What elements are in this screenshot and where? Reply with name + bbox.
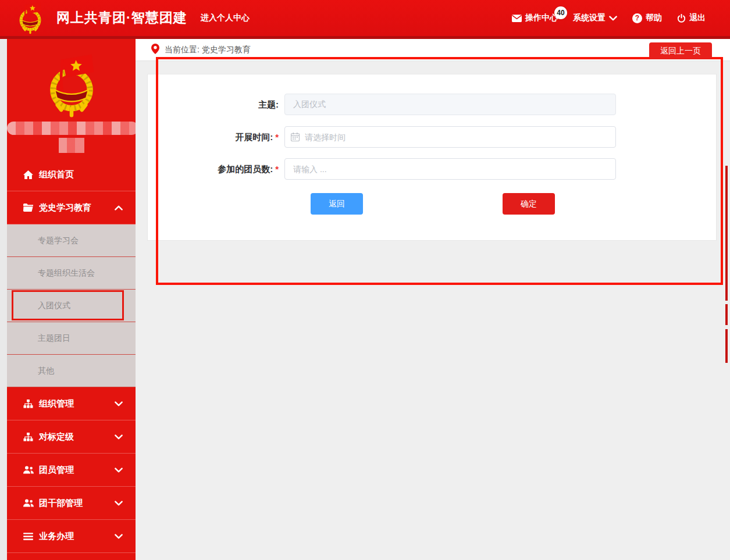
- sidebar-item-league-admission-ceremony[interactable]: 入团仪式: [7, 290, 136, 322]
- app-title: 网上共青团·智慧团建: [56, 9, 187, 27]
- sidebar-item-benchmark-grading[interactable]: 对标定级: [7, 420, 136, 454]
- folder-icon: [23, 204, 34, 212]
- help-label: 帮助: [646, 13, 662, 23]
- sidebar: 组织首页党史学习教育专题学习会专题组织生活会入团仪式主题团日其他组织管理对标定级…: [7, 39, 136, 560]
- sidebar-item-business-handling[interactable]: 业务办理: [7, 520, 136, 553]
- time-label: 开展时间:*: [148, 126, 279, 148]
- sidebar-item-label: 专题学习会: [38, 236, 79, 246]
- system-settings-label: 系统设置: [573, 13, 606, 23]
- sidebar-item-label: 党史学习教育: [39, 202, 91, 213]
- chevron-down-icon: [115, 468, 123, 473]
- back-to-previous-page-button[interactable]: 返回上一页: [649, 42, 712, 59]
- sitemap-icon: [23, 433, 34, 441]
- required-mark: *: [275, 164, 279, 174]
- users-icon: [23, 499, 34, 507]
- league-emblem-icon: [14, 2, 47, 34]
- operations-center-button[interactable]: 操作中心 40: [512, 13, 558, 23]
- main-content: 当前位置: 党史学习教育 返回上一页 主题: 开展时间:*: [136, 39, 730, 560]
- sidebar-item-label: 其他: [38, 366, 54, 376]
- sidebar-item-label: 业务办理: [39, 531, 74, 542]
- sidebar-item-org-home[interactable]: 组织首页: [7, 158, 136, 191]
- logout-label: 退出: [689, 13, 706, 23]
- sidebar-item-party-history-edu[interactable]: 党史学习教育: [7, 191, 136, 224]
- operations-center-label: 操作中心: [525, 13, 558, 23]
- chevron-down-icon: [115, 434, 123, 440]
- logout-button[interactable]: 退出: [677, 13, 706, 23]
- sidebar-item-cadre-management[interactable]: 团干部管理: [7, 487, 136, 520]
- sidebar-item-label: 专题组织生活会: [38, 268, 95, 279]
- breadcrumb-label: 当前位置: 党史学习教育: [165, 45, 251, 55]
- form-back-button[interactable]: 返回: [311, 193, 363, 215]
- form-row-time: 开展时间:*: [148, 126, 716, 148]
- sidebar-item-theme-league-day[interactable]: 主题团日: [7, 322, 136, 355]
- sidebar-item-label: 组织管理: [39, 398, 74, 409]
- notification-badge: 40: [554, 6, 567, 19]
- league-emblem-large-icon: [35, 53, 108, 118]
- system-settings-button[interactable]: 系统设置: [573, 13, 617, 23]
- sidebar-item-other[interactable]: 其他: [7, 355, 136, 387]
- chevron-up-icon: [115, 205, 123, 211]
- sitemap-icon: [23, 400, 34, 408]
- question-icon: ?: [632, 13, 642, 23]
- location-pin-icon: [151, 44, 159, 56]
- topic-label: 主题:: [148, 94, 279, 115]
- sidebar-item-member-management[interactable]: 团员管理: [7, 454, 136, 487]
- sidebar-item-org-management[interactable]: 组织管理: [7, 387, 136, 420]
- required-mark: *: [275, 132, 279, 142]
- topic-input[interactable]: [284, 94, 616, 115]
- sidebar-item-label: 对标定级: [39, 431, 74, 443]
- chevron-down-icon: [115, 501, 123, 506]
- sidebar-item-label: 团员管理: [39, 465, 74, 476]
- censored-org-name-line2: [59, 138, 84, 153]
- member-count-label: 参加的团员数:*: [148, 158, 279, 180]
- help-button[interactable]: ? 帮助: [632, 13, 662, 23]
- power-icon: [677, 14, 686, 23]
- sidebar-item-label: 组织首页: [39, 169, 74, 180]
- sidebar-item-label: 主题团日: [38, 333, 70, 344]
- member-count-input[interactable]: [284, 158, 616, 180]
- header-actions: 操作中心 40 系统设置 ? 帮助 退出: [512, 0, 706, 36]
- form-card: 主题: 开展时间:* 参加的团员数:*: [147, 74, 717, 241]
- home-icon: [23, 170, 34, 179]
- annotation-edge-segment: [725, 329, 728, 363]
- form-row-member-count: 参加的团员数:*: [148, 158, 716, 180]
- form-row-topic: 主题:: [148, 94, 716, 115]
- users-icon: [23, 466, 34, 474]
- sidebar-item-label: 团干部管理: [39, 498, 83, 509]
- app-header: 网上共青团·智慧团建 进入个人中心 操作中心 40 系统设置 ? 帮助 退出: [0, 0, 730, 36]
- left-gutter: [0, 39, 7, 560]
- breadcrumb: 当前位置: 党史学习教育: [136, 39, 730, 61]
- time-picker-input[interactable]: [284, 126, 616, 148]
- mail-icon: [512, 15, 522, 22]
- form-confirm-button[interactable]: 确定: [503, 193, 555, 215]
- chevron-down-icon: [609, 16, 617, 21]
- censored-org-name: [7, 122, 136, 135]
- header-divider: [0, 36, 730, 39]
- annotation-edge-segment: [725, 166, 728, 301]
- chevron-down-icon: [115, 534, 123, 539]
- personal-center-link[interactable]: 进入个人中心: [201, 13, 250, 23]
- chevron-down-icon: [115, 401, 123, 406]
- sidebar-item-special-org-life-meeting[interactable]: 专题组织生活会: [7, 257, 136, 290]
- sidebar-item-special-study-meeting[interactable]: 专题学习会: [7, 224, 136, 257]
- sidebar-item-label: 入团仪式: [38, 301, 70, 311]
- list-icon: [23, 533, 34, 540]
- annotation-edge-segment: [725, 304, 728, 325]
- sidebar-menu: 组织首页党史学习教育专题学习会专题组织生活会入团仪式主题团日其他组织管理对标定级…: [7, 158, 136, 553]
- page-root: 网上共青团·智慧团建 进入个人中心 操作中心 40 系统设置 ? 帮助 退出: [0, 0, 730, 560]
